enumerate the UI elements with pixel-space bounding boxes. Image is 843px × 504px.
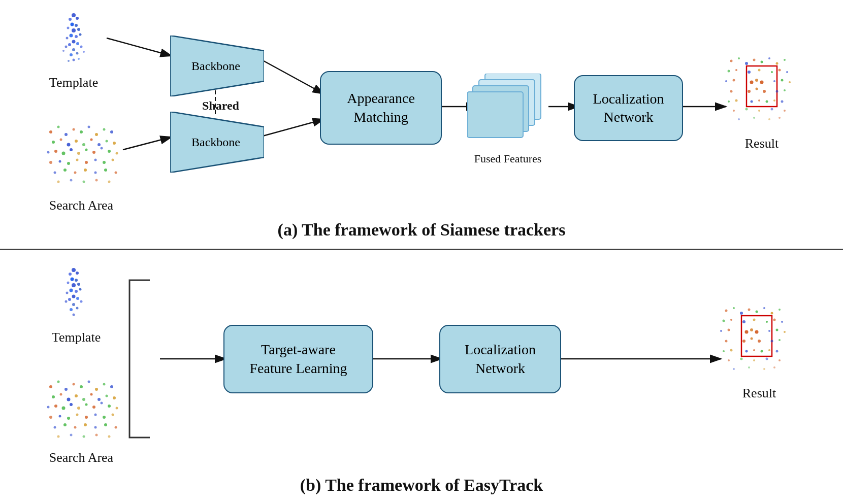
- svg-point-226: [728, 329, 730, 331]
- svg-point-101: [748, 71, 751, 74]
- svg-point-246: [728, 359, 730, 361]
- svg-point-100: [735, 69, 737, 71]
- svg-point-225: [720, 330, 722, 332]
- svg-point-96: [768, 57, 770, 59]
- svg-point-98: [784, 59, 786, 61]
- svg-point-232: [784, 331, 786, 333]
- svg-point-234: [742, 340, 745, 343]
- svg-point-240: [730, 349, 733, 352]
- svg-point-252: [748, 366, 750, 368]
- svg-point-110: [760, 81, 764, 84]
- svg-point-103: [771, 71, 773, 73]
- bottom-result-label: Result: [734, 386, 785, 401]
- svg-point-231: [776, 329, 779, 331]
- svg-point-239: [723, 350, 725, 352]
- svg-point-229: [755, 330, 759, 334]
- svg-point-237: [771, 340, 773, 343]
- svg-point-218: [723, 320, 725, 322]
- appearance-matching-label: Appearance Matching: [347, 89, 415, 126]
- svg-rect-89: [467, 92, 523, 138]
- top-result-label: Result: [736, 136, 787, 151]
- svg-point-134: [768, 118, 770, 120]
- bottom-target-aware: Target-aware Feature Learning: [223, 325, 373, 393]
- svg-point-249: [766, 358, 768, 360]
- svg-point-114: [730, 90, 733, 93]
- svg-point-248: [753, 359, 755, 361]
- svg-point-113: [789, 81, 791, 83]
- svg-point-124: [766, 100, 768, 103]
- svg-point-126: [781, 100, 784, 103]
- svg-point-108: [750, 81, 754, 84]
- top-localization-network: Localization Network: [574, 75, 683, 141]
- bottom-caption: (b) The framework of EasyTrack: [300, 471, 543, 504]
- svg-point-94: [753, 59, 756, 61]
- svg-point-247: [740, 358, 743, 360]
- bottom-diagram: Template: [41, 250, 802, 471]
- top-result-pointcloud: [721, 51, 792, 134]
- svg-point-112: [781, 79, 784, 82]
- svg-point-116: [756, 88, 758, 90]
- top-fused-features: [467, 74, 546, 147]
- svg-point-221: [753, 319, 756, 321]
- svg-line-74: [107, 38, 172, 56]
- svg-line-76: [259, 58, 324, 94]
- svg-point-117: [763, 90, 766, 93]
- svg-point-123: [758, 99, 760, 102]
- svg-point-115: [748, 90, 751, 93]
- svg-point-233: [725, 340, 728, 343]
- svg-point-129: [758, 110, 760, 112]
- svg-point-93: [745, 62, 748, 65]
- bottom-localization-network: Localization Network: [439, 325, 561, 393]
- svg-point-133: [753, 117, 755, 119]
- svg-point-211: [733, 307, 735, 309]
- svg-point-92: [738, 57, 740, 59]
- svg-point-216: [771, 312, 773, 315]
- svg-point-241: [745, 350, 748, 353]
- svg-point-219: [730, 319, 732, 321]
- svg-point-125: [773, 99, 775, 102]
- svg-point-128: [745, 108, 748, 111]
- svg-point-109: [755, 79, 758, 82]
- bottom-localization-label: Localization Network: [465, 341, 536, 378]
- svg-point-104: [779, 69, 781, 72]
- svg-point-99: [728, 70, 730, 73]
- svg-point-135: [779, 117, 781, 119]
- svg-text:Backbone: Backbone: [191, 59, 240, 73]
- svg-point-243: [761, 350, 763, 353]
- svg-point-236: [758, 340, 761, 343]
- svg-point-121: [735, 99, 738, 102]
- svg-point-214: [756, 311, 758, 313]
- target-aware-label: Target-aware Feature Learning: [249, 341, 347, 378]
- top-backbone1: Backbone: [170, 36, 264, 98]
- svg-point-235: [751, 338, 753, 340]
- svg-point-122: [751, 100, 753, 103]
- svg-point-130: [771, 108, 773, 111]
- svg-point-250: [779, 359, 781, 361]
- svg-point-230: [768, 330, 770, 332]
- svg-text:Backbone: Backbone: [191, 136, 240, 149]
- svg-point-245: [776, 350, 779, 353]
- top-fused-label: Fused Features: [457, 152, 559, 165]
- main-container: Template: [0, 0, 843, 504]
- svg-point-119: [784, 89, 786, 91]
- svg-point-223: [773, 319, 776, 321]
- svg-point-253: [763, 368, 765, 370]
- bottom-arrows-svg: [41, 250, 802, 473]
- svg-line-77: [259, 119, 324, 137]
- svg-point-105: [786, 71, 788, 73]
- svg-point-244: [768, 349, 770, 351]
- top-caption: (a) The framework of Siamese trackers: [278, 215, 566, 249]
- svg-point-213: [748, 309, 751, 311]
- svg-line-75: [123, 137, 172, 150]
- svg-point-227: [745, 330, 749, 334]
- svg-point-220: [742, 320, 745, 323]
- svg-point-224: [781, 321, 783, 323]
- svg-point-91: [730, 60, 733, 62]
- svg-point-120: [728, 100, 730, 103]
- bottom-result-pointcloud: [716, 300, 787, 384]
- svg-point-107: [733, 79, 735, 82]
- svg-point-102: [758, 69, 761, 72]
- svg-point-97: [776, 62, 779, 65]
- svg-point-132: [738, 118, 740, 120]
- svg-point-131: [784, 110, 786, 112]
